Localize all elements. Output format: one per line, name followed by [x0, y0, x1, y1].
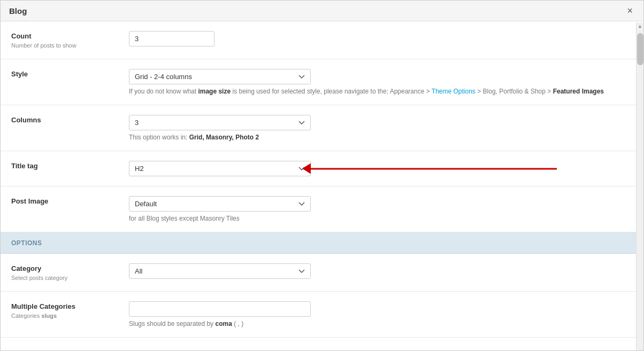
columns-control-col: 1 2 3 4 This option works in: Grid, Maso… — [129, 115, 633, 141]
columns-row: Columns 1 2 3 4 This option works in: Gr… — [1, 105, 643, 151]
category-sublabel: Select posts category — [11, 275, 67, 281]
count-label: Count — [11, 32, 129, 40]
scrollbar-up-arrow[interactable]: ▲ — [637, 22, 643, 30]
multiple-categories-label: Multiple Categories — [11, 302, 129, 310]
count-row: Count Number of posts to show — [1, 21, 643, 59]
count-label-col: Count Number of posts to show — [11, 31, 129, 49]
columns-label-col: Columns — [11, 115, 129, 125]
multiple-categories-hint: Slugs should be separated by coma ( , ) — [129, 320, 633, 327]
multiple-categories-control-col: Slugs should be separated by coma ( , ) — [129, 301, 633, 327]
category-control-col: All Category 1 Category 2 — [129, 263, 633, 279]
category-select[interactable]: All Category 1 Category 2 — [129, 263, 311, 279]
options-section-title: OPTIONS — [11, 239, 42, 247]
title-tag-row: Title tag H1 H2 H3 H4 H5 H6 — [1, 151, 643, 186]
multiple-categories-label-col: Multiple Categories Categories slugs — [11, 301, 129, 319]
post-image-select[interactable]: Default None Small Medium Large — [129, 196, 311, 212]
count-control-col — [129, 31, 633, 46]
red-arrow — [311, 168, 557, 169]
style-label-col: Style — [11, 69, 129, 79]
style-label: Style — [11, 70, 129, 78]
multiple-categories-row: Multiple Categories Categories slugs Slu… — [1, 292, 643, 338]
style-hint: If you do not know what image size is be… — [129, 88, 633, 95]
dialog-title: Blog — [9, 6, 27, 15]
blog-dialog: Blog × Count Number of posts to show Sty… — [0, 0, 644, 351]
count-input[interactable] — [129, 31, 214, 46]
arrow-container: H1 H2 H3 H4 H5 H6 — [129, 161, 633, 176]
title-tag-label: Title tag — [11, 162, 129, 170]
category-label: Category — [11, 264, 129, 272]
title-tag-label-col: Title tag — [11, 161, 129, 171]
columns-hint: This option works in: Grid, Masonry, Pho… — [129, 134, 633, 141]
dialog-body: Count Number of posts to show Style Grid… — [1, 21, 643, 350]
post-image-control-col: Default None Small Medium Large for all … — [129, 196, 633, 222]
post-image-row: Post Image Default None Small Medium Lar… — [1, 186, 643, 232]
title-tag-select[interactable]: H1 H2 H3 H4 H5 H6 — [129, 161, 311, 176]
style-control-col: Grid - 2-4 columns Grid Masonry Photo 2 … — [129, 69, 633, 95]
columns-label: Columns — [11, 116, 129, 124]
style-row: Style Grid - 2-4 columns Grid Masonry Ph… — [1, 59, 643, 105]
title-tag-control-col: H1 H2 H3 H4 H5 H6 — [129, 161, 633, 176]
scrollbar-thumb[interactable] — [637, 33, 643, 65]
post-image-hint: for all Blog styles except Masonry Tiles — [129, 215, 633, 222]
multiple-categories-input[interactable] — [129, 301, 311, 317]
arrow-line — [311, 168, 557, 169]
style-select[interactable]: Grid - 2-4 columns Grid Masonry Photo 2 — [129, 69, 311, 84]
scrollbar-track: ▲ — [636, 22, 643, 351]
multiple-categories-sublabel: Categories slugs — [11, 313, 57, 319]
count-sublabel: Number of posts to show — [11, 42, 76, 49]
post-image-label-col: Post Image — [11, 196, 129, 206]
theme-options-link[interactable]: Theme Options — [432, 88, 476, 95]
dialog-header: Blog × — [1, 1, 643, 21]
post-image-label: Post Image — [11, 197, 129, 205]
close-button[interactable]: × — [625, 6, 635, 15]
arrow-head — [302, 163, 311, 174]
columns-select[interactable]: 1 2 3 4 — [129, 115, 311, 130]
options-section-header: OPTIONS — [1, 232, 643, 254]
category-label-col: Category Select posts category — [11, 263, 129, 282]
category-row: Category Select posts category All Categ… — [1, 254, 643, 292]
